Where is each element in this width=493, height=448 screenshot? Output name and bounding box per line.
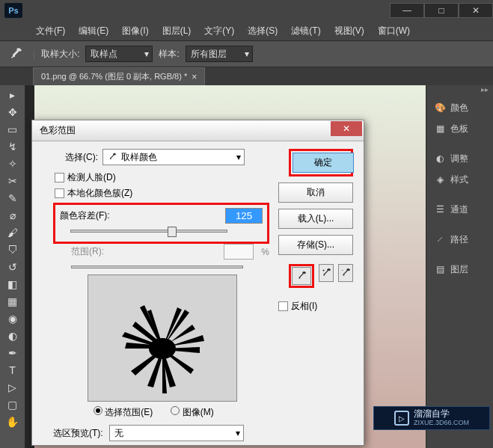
sample-size-label: 取样大小: [41, 48, 79, 61]
preview-dropdown-label: 选区预览(T): [53, 427, 103, 440]
range-unit: % [261, 247, 269, 257]
localized-checkbox[interactable] [55, 188, 64, 198]
panel-channels[interactable]: ☰ 通道 [426, 199, 493, 220]
radio-selection[interactable] [94, 406, 102, 415]
tool-sidebar: ▸ ✥ ▭ ↯ ✧ ✂ ✎ ⌀ 🖌 ⛉ ↺ ◧ ▦ ◉ ◐ ✒ T ▷ ▢ ✋ [0, 85, 25, 448]
select-label: 选择(C): [65, 151, 98, 164]
localized-label: 本地化颜色簇(Z) [67, 187, 132, 200]
panel-channels-label: 通道 [450, 203, 468, 216]
minimize-button[interactable]: — [390, 3, 424, 18]
fuzziness-input[interactable] [225, 208, 263, 224]
close-button[interactable]: ✕ [459, 3, 493, 18]
tab-close-icon[interactable]: × [192, 72, 197, 82]
svg-text:+: + [322, 268, 325, 272]
ok-button[interactable]: 确定 [293, 153, 354, 173]
preview-box[interactable] [88, 274, 237, 402]
brush-tool[interactable]: 🖌 [4, 224, 22, 241]
layers-icon: ▤ [434, 263, 446, 275]
sample-size-dropdown[interactable]: 取样点 [85, 46, 153, 62]
panel-collapse-icon[interactable]: ▸▸ [426, 85, 493, 97]
menu-edit[interactable]: 编辑(E) [73, 22, 114, 40]
heal-tool[interactable]: ⌀ [4, 207, 22, 224]
sample-label: 样本: [159, 48, 179, 61]
panel-paths-label: 路径 [450, 233, 468, 246]
slider-thumb[interactable] [168, 227, 177, 237]
shape-tool[interactable]: ▢ [4, 396, 22, 413]
document-tab[interactable]: 01.png @ 66.7% (图层 0 副本, RGB/8) * × [33, 67, 205, 85]
menu-type[interactable]: 文字(Y) [198, 22, 240, 40]
select-value: 取样颜色 [121, 151, 157, 164]
crop-tool[interactable]: ✂ [4, 173, 22, 189]
menu-layer[interactable]: 图层(L) [156, 22, 197, 40]
radio-image[interactable] [171, 406, 180, 415]
watermark-url: ZIXUE.3D66.COM [414, 420, 469, 427]
invert-checkbox[interactable] [278, 301, 288, 311]
swatches-icon: ▦ [434, 123, 446, 135]
pen-tool[interactable]: ✒ [4, 345, 22, 361]
preview-dropdown[interactable]: 无 [109, 425, 244, 441]
stamp-tool[interactable]: ⛉ [4, 242, 22, 258]
tab-label: 01.png @ 66.7% (图层 0 副本, RGB/8) * [41, 71, 187, 82]
eraser-tool[interactable]: ◧ [4, 276, 22, 292]
fuzziness-slider[interactable] [70, 230, 227, 233]
gradient-tool[interactable]: ▦ [4, 293, 22, 310]
ok-highlight: 确定 [289, 149, 353, 177]
panel-swatches[interactable]: ▦ 色板 [426, 118, 493, 139]
eyedropper-highlight [289, 264, 314, 288]
menu-filter[interactable]: 滤镜(T) [285, 22, 326, 40]
dodge-tool[interactable]: ◐ [4, 328, 22, 344]
wand-tool[interactable]: ✧ [4, 156, 22, 172]
panel-layers[interactable]: ▤ 图层 [426, 259, 493, 280]
dialog-titlebar[interactable]: 色彩范围 ✕ [32, 120, 364, 141]
fuzziness-label: 颜色容差(F): [60, 209, 110, 222]
styles-icon: ◈ [434, 174, 446, 185]
hand-tool[interactable]: ✋ [4, 414, 22, 430]
chevron-icon[interactable]: ▸ [4, 87, 22, 103]
panel-adjustments-label: 调整 [450, 153, 468, 165]
detect-faces-checkbox[interactable] [55, 173, 64, 182]
ps-logo: Ps [4, 3, 22, 18]
watermark-brand: 溜溜自学 [414, 409, 469, 419]
menubar: 文件(F) 编辑(E) 图像(I) 图层(L) 文字(Y) 选择(S) 滤镜(T… [0, 21, 493, 40]
save-button[interactable]: 存储(S)... [278, 235, 353, 255]
channels-icon: ☰ [434, 203, 446, 215]
panel-adjustments[interactable]: ◐ 调整 [426, 148, 493, 169]
panel-color[interactable]: 🎨 颜色 [426, 97, 493, 118]
select-dropdown[interactable]: 取样颜色 [102, 149, 245, 165]
invert-label: 反相(I) [291, 300, 317, 313]
menu-select[interactable]: 选择(S) [242, 22, 284, 40]
sample-dropdown[interactable]: 所有图层 [186, 46, 253, 62]
type-tool[interactable]: T [4, 362, 22, 378]
fuzziness-highlight: 颜色容差(F): [53, 203, 269, 244]
history-brush-tool[interactable]: ↺ [4, 259, 22, 275]
dialog-title: 色彩范围 [40, 124, 76, 137]
panel-paths[interactable]: ⟋ 路径 [426, 229, 493, 250]
range-label: 范围(R): [71, 245, 104, 258]
menu-file[interactable]: 文件(F) [30, 22, 71, 40]
range-slider [71, 266, 243, 269]
eyedropper-add-button[interactable]: + [319, 264, 334, 282]
path-tool[interactable]: ▷ [4, 379, 22, 396]
options-bar: | 取样大小: 取样点 样本: 所有图层 [0, 40, 493, 67]
panel-styles[interactable]: ◈ 样式 [426, 169, 493, 190]
radio-selection-label[interactable]: 选择范围(E) [94, 406, 153, 419]
eyedropper-subtract-button[interactable]: - [338, 264, 353, 282]
paths-icon: ⟋ [434, 233, 446, 245]
menu-image[interactable]: 图像(I) [116, 22, 154, 40]
load-button[interactable]: 载入(L)... [278, 209, 353, 229]
dialog-close-button[interactable]: ✕ [331, 121, 362, 136]
blur-tool[interactable]: ◉ [4, 310, 22, 327]
cancel-button[interactable]: 取消 [278, 182, 353, 203]
radio-image-label[interactable]: 图像(M) [171, 406, 213, 419]
maximize-button[interactable]: □ [424, 3, 459, 18]
menu-window[interactable]: 窗口(W) [372, 22, 416, 40]
menu-view[interactable]: 视图(V) [328, 22, 370, 40]
marquee-tool[interactable]: ▭ [4, 121, 22, 138]
eyedropper-tool-icon[interactable] [6, 45, 27, 63]
panel-styles-label: 样式 [450, 174, 468, 186]
eyedropper-tool[interactable]: ✎ [4, 190, 22, 206]
eyedropper-sample-button[interactable] [292, 267, 311, 285]
move-tool[interactable]: ✥ [4, 104, 22, 120]
window-controls: — □ ✕ [390, 3, 493, 18]
lasso-tool[interactable]: ↯ [4, 138, 22, 155]
